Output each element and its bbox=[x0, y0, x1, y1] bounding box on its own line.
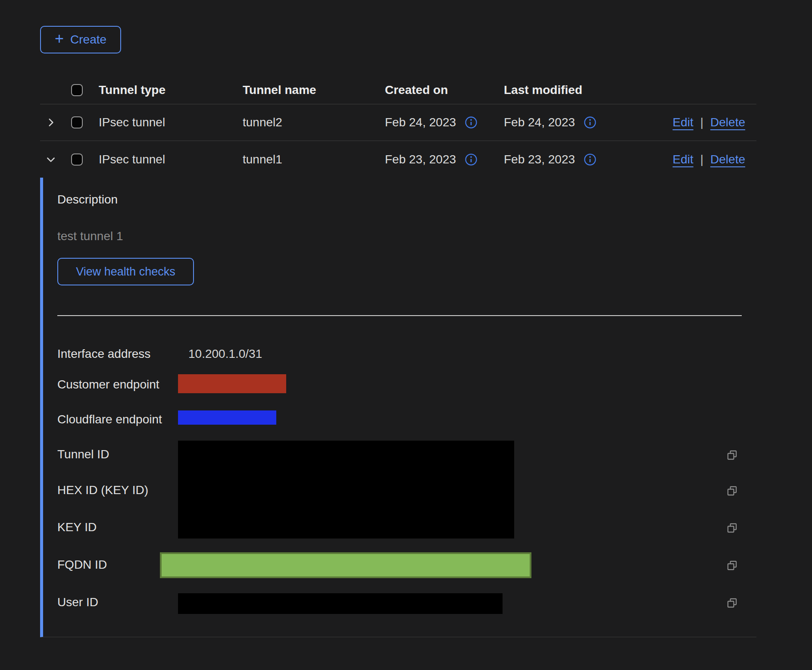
copy-icon[interactable] bbox=[726, 597, 738, 609]
redacted-value-ids bbox=[178, 441, 514, 539]
create-button-label: Create bbox=[70, 33, 106, 47]
action-separator: | bbox=[700, 116, 703, 129]
field-label-hex-id: HEX ID (KEY ID) bbox=[57, 483, 148, 497]
redacted-value-fqdn-id bbox=[160, 552, 531, 578]
select-all-checkbox[interactable] bbox=[71, 84, 83, 96]
table-row: IPsec tunnel tunnel2 Feb 24, 2023 Feb 24… bbox=[40, 104, 756, 141]
redacted-value-customer-endpoint bbox=[178, 374, 286, 393]
tunnel-name-cell: tunnel2 bbox=[243, 116, 385, 129]
field-label-customer-endpoint: Customer endpoint bbox=[57, 378, 159, 391]
edit-link[interactable]: Edit bbox=[673, 116, 693, 129]
last-modified-cell: Feb 23, 2023 bbox=[504, 153, 575, 166]
chevron-down-icon[interactable] bbox=[45, 154, 56, 165]
description-value: test tunnel 1 bbox=[57, 229, 123, 243]
field-label-cloudflare-endpoint: Cloudflare endpoint bbox=[57, 413, 162, 426]
redacted-value-user-id bbox=[178, 593, 503, 614]
tunnel-type-cell: IPsec tunnel bbox=[99, 116, 243, 129]
redacted-value-cloudflare-endpoint bbox=[178, 410, 276, 425]
field-label-interface-address: Interface address bbox=[57, 347, 150, 361]
table-header-row: Tunnel type Tunnel name Created on Last … bbox=[40, 76, 756, 104]
field-label-user-id: User ID bbox=[57, 595, 98, 609]
view-health-checks-button[interactable]: View health checks bbox=[57, 258, 194, 285]
chevron-right-icon[interactable] bbox=[45, 117, 56, 128]
copy-icon[interactable] bbox=[726, 449, 738, 461]
edit-link[interactable]: Edit bbox=[673, 153, 693, 166]
field-label-fqdn-id: FQDN ID bbox=[57, 558, 107, 572]
create-button[interactable]: + Create bbox=[40, 26, 121, 53]
delete-link[interactable]: Delete bbox=[710, 116, 745, 129]
info-icon[interactable] bbox=[465, 153, 478, 166]
column-header-tunnel-type: Tunnel type bbox=[99, 83, 243, 97]
description-label: Description bbox=[57, 193, 118, 207]
created-on-cell: Feb 24, 2023 bbox=[385, 116, 456, 129]
tunnels-table: Tunnel type Tunnel name Created on Last … bbox=[40, 76, 756, 178]
expanded-tunnel-panel: Description test tunnel 1 View health ch… bbox=[40, 178, 756, 637]
table-row: IPsec tunnel tunnel1 Feb 23, 2023 Feb 23… bbox=[40, 141, 756, 178]
copy-icon[interactable] bbox=[726, 522, 738, 534]
delete-link[interactable]: Delete bbox=[710, 153, 745, 166]
copy-icon[interactable] bbox=[726, 485, 738, 497]
copy-icon[interactable] bbox=[726, 560, 738, 571]
info-icon[interactable] bbox=[584, 153, 597, 166]
column-header-tunnel-name: Tunnel name bbox=[243, 83, 385, 97]
action-separator: | bbox=[700, 153, 703, 166]
plus-icon: + bbox=[55, 31, 64, 47]
field-value-interface-address: 10.200.1.0/31 bbox=[188, 347, 262, 361]
tunnel-type-cell: IPsec tunnel bbox=[99, 153, 243, 166]
column-header-created-on: Created on bbox=[385, 83, 504, 97]
tunnel-name-cell: tunnel1 bbox=[243, 153, 385, 166]
row-checkbox[interactable] bbox=[71, 153, 83, 166]
info-icon[interactable] bbox=[584, 116, 597, 129]
row-checkbox[interactable] bbox=[71, 116, 83, 128]
field-label-key-id: KEY ID bbox=[57, 520, 97, 534]
last-modified-cell: Feb 24, 2023 bbox=[504, 116, 575, 129]
column-header-last-modified: Last modified bbox=[504, 83, 638, 97]
info-icon[interactable] bbox=[465, 116, 478, 129]
field-label-tunnel-id: Tunnel ID bbox=[57, 448, 109, 461]
section-divider bbox=[57, 315, 742, 316]
created-on-cell: Feb 23, 2023 bbox=[385, 153, 456, 166]
